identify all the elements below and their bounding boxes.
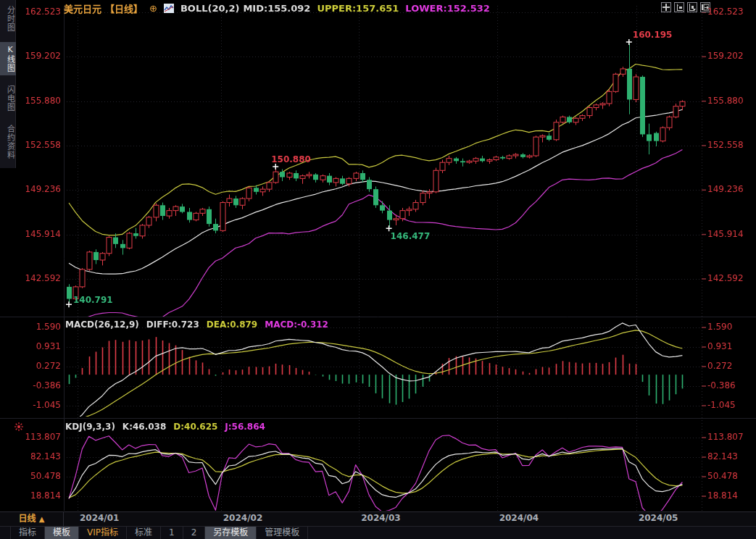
chart-header: 美元日元 【日线】 ⊕ BOLL(20,2) MID:155.092 UPPER… [64,1,490,14]
toolbar-button-templates[interactable]: 模板 [45,527,79,539]
sidebar-item-kxiantu[interactable]: K线图 [0,42,16,75]
boll-mid-value: MID:155.092 [243,3,310,14]
kdj-d-value: D:40.625 [173,422,217,432]
period-tab-label: 日线 [19,514,36,524]
y-axis-tool-icon[interactable] [674,2,684,12]
period-tab[interactable]: 日线 ▲ [0,512,64,526]
macd-value: MACD:-0.312 [265,319,328,330]
macd-header: MACD(26,12,9) DIFF:0.723 DEA:0.879 MACD:… [65,319,328,330]
macd-indicator-label: MACD(26,12,9) [65,319,139,330]
kdj-k-value: K:46.038 [122,422,166,432]
chart-canvas[interactable] [0,0,756,539]
toolbar-button-vip-indicators[interactable]: VIP指标 [79,527,127,539]
add-indicator-icon[interactable]: ⊕ [149,3,157,14]
sidebar-item-heyueziliao[interactable]: 合约资料 [0,122,16,162]
trading-app-window: 美元日元 【日线】 ⊕ BOLL(20,2) MID:155.092 UPPER… [0,0,756,539]
pan-icon[interactable] [661,2,671,12]
kdj-indicator-label: KDJ(9,3,3) [65,422,115,432]
sidebar-item-fenshitu[interactable]: 分时图 [0,3,16,35]
toolbar-button-indicators[interactable]: 指标 [10,527,45,539]
boll-upper-value: UPPER:157.651 [317,3,399,14]
period-arrow-icon: ▲ [39,515,45,523]
toolbar-button-save-template[interactable]: 另存模板 [205,527,257,539]
toolbar-button-slot-2[interactable]: 2 [183,527,206,539]
mini-chart-icon [164,4,174,13]
boll-indicator-label: BOLL(20,2) [180,3,240,14]
sidebar-item-shandiantu[interactable]: 闪电图 [0,83,16,114]
bottom-toolbar: 指标模板VIP指标标准12另存模板管理模板 [0,526,756,539]
kdj-header: KDJ(9,3,3) K:46.038 D:40.625 J:56.864 [65,421,265,432]
popout-icon[interactable] [700,2,710,12]
toolbar-button-manage-template[interactable]: 管理模板 [257,527,308,539]
x-axis-tool-icon[interactable] [687,2,697,12]
boll-lower-value: LOWER:152.532 [405,3,490,14]
macd-dea-value: DEA:0.879 [207,319,257,330]
period-tag: 【日线】 [105,1,143,15]
x-axis-row: 日线 ▲ [0,511,756,526]
header-tools [661,2,710,12]
chart-type-sidebar: 分时图K线图闪电图合约资料 [0,0,16,168]
symbol-title: 美元日元 [64,1,101,15]
kdj-j-value: J:56.864 [225,422,265,432]
toolbar-button-standard[interactable]: 标准 [127,527,161,539]
toolbar-button-slot-1[interactable]: 1 [161,527,183,539]
macd-diff-value: DIFF:0.723 [146,319,199,330]
